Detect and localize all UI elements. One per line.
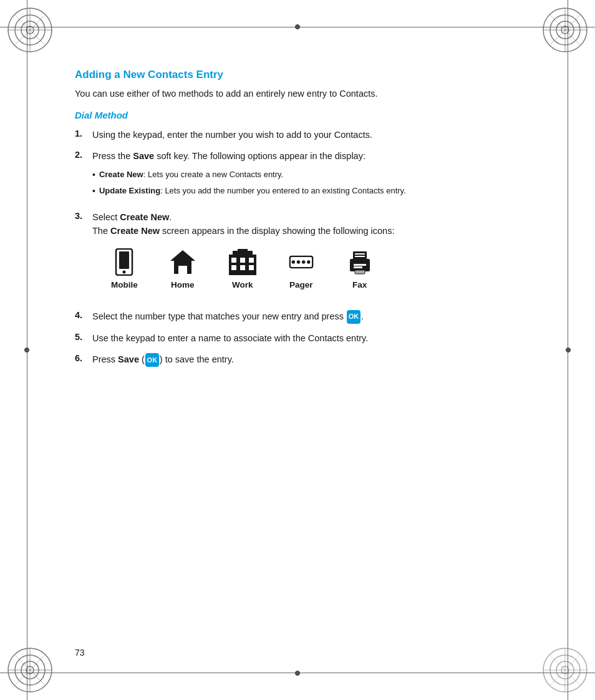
svg-point-51: [307, 260, 310, 263]
pager-label: Pager: [289, 279, 313, 292]
icon-fax: Fax: [345, 248, 375, 292]
corner-decoration-tr: [540, 5, 590, 55]
svg-rect-53: [354, 264, 366, 266]
dot-left: [24, 348, 29, 352]
icons-grid: Mobile Home: [111, 248, 545, 292]
page-number: 73: [75, 648, 85, 658]
icon-mobile: Mobile: [111, 248, 138, 292]
ok-badge-step4: OK: [347, 310, 360, 324]
svg-point-49: [296, 260, 299, 263]
step-4: 4. Select the number type that matches y…: [75, 309, 545, 324]
step-5-number: 5.: [75, 331, 92, 342]
icon-pager: Pager: [289, 248, 314, 292]
step-1: 1. Using the keypad, enter the number yo…: [75, 128, 545, 142]
section-title: Adding a New Contacts Entry: [75, 69, 545, 81]
mobile-label: Mobile: [111, 279, 138, 292]
svg-rect-42: [231, 265, 236, 270]
svg-rect-33: [119, 251, 129, 269]
main-content: Adding a New Contacts Entry You can use …: [75, 69, 545, 638]
svg-rect-44: [249, 265, 254, 270]
fax-label: Fax: [352, 279, 367, 292]
step-5-content: Use the keypad to enter a name to associ…: [92, 331, 545, 345]
svg-rect-37: [180, 266, 185, 274]
steps-list: 1. Using the keypad, enter the number yo…: [75, 128, 545, 367]
step-2-content: Press the Save soft key. The following o…: [92, 149, 545, 202]
step-1-number: 1.: [75, 128, 92, 139]
dot-right: [566, 348, 571, 352]
svg-rect-43: [240, 265, 245, 270]
step-4-content: Select the number type that matches your…: [92, 309, 545, 324]
step-2-bullets: Create New: Lets you create a new Contac…: [92, 168, 545, 198]
work-label: Work: [232, 279, 253, 292]
step-4-number: 4.: [75, 309, 92, 320]
svg-rect-54: [354, 266, 362, 268]
dial-method-title: Dial Method: [75, 110, 545, 120]
svg-rect-39: [231, 258, 236, 263]
dot-top: [295, 24, 300, 29]
icon-home: Home: [169, 248, 196, 292]
step-6-number: 6.: [75, 352, 92, 363]
step-6-content: Press Save (OK) to save the entry.: [92, 352, 545, 367]
svg-point-48: [291, 260, 294, 263]
ok-badge-step6: OK: [145, 353, 159, 367]
corner-decoration-br: [540, 645, 590, 695]
svg-rect-40: [240, 258, 245, 263]
step-2-number: 2.: [75, 149, 92, 160]
svg-rect-38: [229, 255, 256, 275]
step-6: 6. Press Save (OK) to save the entry.: [75, 352, 545, 367]
svg-rect-57: [355, 256, 365, 257]
step-2: 2. Press the Save soft key. The followin…: [75, 149, 545, 202]
svg-point-50: [302, 260, 305, 263]
svg-rect-46: [238, 249, 248, 252]
bullet-create-new: Create New: Lets you create a new Contac…: [92, 168, 545, 182]
intro-text: You can use either of two methods to add…: [75, 87, 545, 101]
svg-rect-58: [355, 270, 365, 274]
svg-rect-56: [355, 253, 365, 255]
bullet-update-existing: Update Existing: Lets you add the number…: [92, 185, 545, 198]
step-5: 5. Use the keypad to enter a name to ass…: [75, 331, 545, 345]
step-3: 3. Select Create New. The Create New scr…: [75, 210, 545, 302]
step-3-number: 3.: [75, 210, 92, 221]
corner-decoration-bl: [5, 645, 55, 695]
corner-decoration-tl: [5, 5, 55, 55]
home-label: Home: [171, 279, 195, 292]
dot-bottom: [295, 671, 300, 676]
step-1-content: Using the keypad, enter the number you w…: [92, 128, 545, 142]
step-3-content: Select Create New. The Create New screen…: [92, 210, 545, 302]
svg-point-34: [123, 270, 126, 273]
svg-rect-41: [249, 258, 254, 263]
icon-work: Work: [228, 248, 258, 292]
